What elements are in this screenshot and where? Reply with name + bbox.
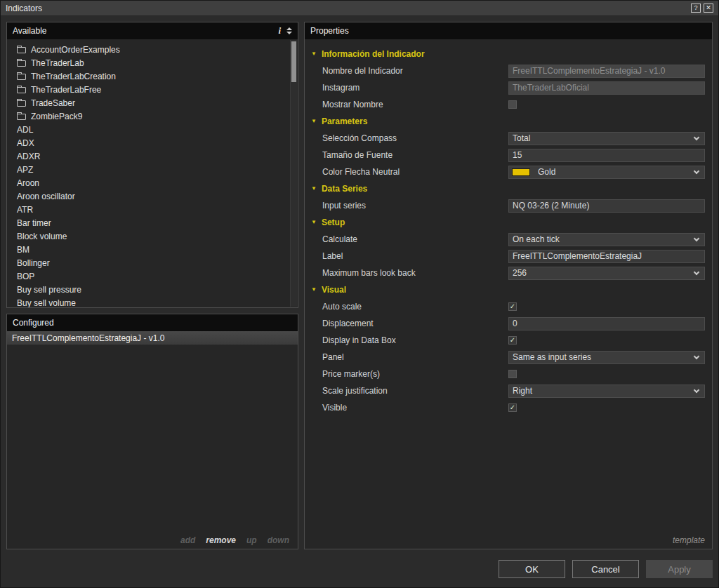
- available-folder-thetraderlabcreation[interactable]: TheTraderLabCreation: [13, 69, 288, 83]
- mostrar-nombre-checkbox[interactable]: [508, 100, 517, 109]
- property-row-mostrar-nombre: Mostrar Nombre: [305, 96, 712, 113]
- displacement-input[interactable]: [508, 317, 705, 330]
- section-informacion-del-indicador[interactable]: ▼Información del Indicador: [305, 46, 712, 62]
- scrollbar[interactable]: [290, 40, 297, 307]
- available-header: Available i: [7, 22, 298, 39]
- available-panel: Available i AccountOrderExamplesTheTrade…: [6, 22, 298, 308]
- color-swatch: [512, 168, 530, 176]
- property-label: Visible: [322, 403, 508, 413]
- available-header-label: Available: [13, 26, 46, 36]
- available-item-buy-sell-pressure[interactable]: Buy sell pressure: [13, 283, 288, 296]
- property-control: 256: [508, 267, 705, 280]
- arrow-down-icon[interactable]: [286, 32, 292, 34]
- available-item-block-volume[interactable]: Block volume: [13, 229, 288, 243]
- available-folder-thetraderlab[interactable]: TheTraderLab: [13, 56, 288, 69]
- visible-checkbox[interactable]: ✓: [508, 403, 517, 412]
- scroll-spinner[interactable]: [286, 27, 292, 34]
- property-label: Display in Data Box: [322, 335, 508, 345]
- display-in-data-box-checkbox[interactable]: ✓: [508, 336, 517, 345]
- titlebar[interactable]: Indicators ? ✕: [1, 1, 718, 16]
- available-header-icons: i: [278, 25, 292, 36]
- available-folder-zombiepack9[interactable]: ZombiePack9: [13, 109, 288, 123]
- indicators-window: Indicators ? ✕ Available i: [0, 0, 719, 588]
- indicator-label: ADX: [17, 138, 34, 148]
- folder-icon: [17, 47, 26, 53]
- property-label: Auto scale: [322, 302, 508, 312]
- chevron-down-icon: [694, 134, 699, 140]
- input-series-input[interactable]: [508, 199, 705, 213]
- property-row-tamano-de-fuente: Tamaño de Fuente: [305, 147, 712, 163]
- left-column: Available i AccountOrderExamplesTheTrade…: [6, 22, 298, 549]
- property-control: [508, 65, 705, 78]
- price-marker-s-checkbox[interactable]: [508, 370, 517, 378]
- property-label: Input series: [322, 201, 508, 211]
- collapse-arrow-icon[interactable]: ▼: [311, 51, 317, 57]
- section-visual[interactable]: ▼Visual: [305, 281, 712, 298]
- label-input[interactable]: [508, 250, 705, 263]
- footer: OK Cancel Apply: [1, 555, 718, 587]
- available-item-apz[interactable]: APZ: [13, 163, 288, 176]
- close-button[interactable]: ✕: [704, 4, 713, 13]
- available-item-buy-sell-volume[interactable]: Buy sell volume: [13, 296, 288, 307]
- chevron-down-icon: [694, 353, 699, 359]
- available-item-bollinger[interactable]: Bollinger: [13, 256, 288, 269]
- cancel-button[interactable]: Cancel: [572, 560, 639, 578]
- property-row-panel: PanelSame as input series: [305, 349, 712, 366]
- collapse-arrow-icon[interactable]: ▼: [311, 186, 317, 192]
- indicator-label: APZ: [17, 165, 33, 175]
- property-label: Displacement: [322, 319, 508, 328]
- tamano-de-fuente-input[interactable]: [508, 149, 705, 162]
- section-data-series[interactable]: ▼Data Series: [305, 180, 712, 197]
- scrollbar-thumb[interactable]: [291, 41, 296, 82]
- property-control: ✓: [508, 403, 705, 412]
- chevron-down-icon: [694, 235, 699, 241]
- property-row-instagram: Instagram: [305, 79, 712, 96]
- property-label: Tamaño de Fuente: [322, 150, 508, 160]
- properties-grid: ▼Información del IndicadorNombre del Ind…: [305, 39, 712, 549]
- dialog-content: Available i AccountOrderExamplesTheTrade…: [1, 16, 718, 555]
- maximum-bars-look-back-dropdown[interactable]: 256: [508, 267, 705, 280]
- window-title: Indicators: [6, 4, 42, 13]
- available-item-adxr[interactable]: ADXR: [13, 149, 288, 163]
- property-row-seleccion-compass: Selección CompassTotal: [305, 130, 712, 147]
- available-item-bar-timer[interactable]: Bar timer: [13, 216, 288, 229]
- collapse-arrow-icon[interactable]: ▼: [311, 220, 317, 225]
- auto-scale-checkbox[interactable]: ✓: [508, 302, 517, 311]
- available-folder-thetraderlabfree[interactable]: TheTraderLabFree: [13, 83, 288, 96]
- available-item-adl[interactable]: ADL: [13, 123, 288, 136]
- info-icon[interactable]: i: [278, 25, 281, 36]
- panel-dropdown[interactable]: Same as input series: [508, 351, 705, 364]
- calculate-dropdown[interactable]: On each tick: [508, 233, 705, 246]
- indicator-label: ADXR: [17, 152, 40, 161]
- seleccion-compass-dropdown[interactable]: Total: [508, 132, 705, 145]
- properties-panel: Properties ▼Información del IndicadorNom…: [304, 22, 713, 549]
- folder-icon: [17, 100, 26, 107]
- collapse-arrow-icon[interactable]: ▼: [311, 119, 317, 124]
- template-link[interactable]: template: [673, 535, 705, 545]
- property-label: Label: [322, 251, 508, 261]
- available-item-bop[interactable]: BOP: [13, 269, 288, 283]
- available-item-adx[interactable]: ADX: [13, 136, 288, 149]
- color-flecha-neutral-dropdown[interactable]: Gold: [508, 166, 705, 179]
- ok-button[interactable]: OK: [499, 560, 565, 578]
- available-folder-accountorderexamples[interactable]: AccountOrderExamples: [13, 43, 288, 56]
- indicator-label: ADL: [17, 125, 33, 135]
- scale-justification-dropdown[interactable]: Right: [508, 385, 705, 398]
- available-item-aroon-oscillator[interactable]: Aroon oscillator: [13, 189, 288, 203]
- remove-button[interactable]: remove: [206, 535, 236, 545]
- selected-value: Total: [509, 133, 690, 143]
- available-item-atr[interactable]: ATR: [13, 203, 288, 216]
- arrow-up-icon[interactable]: [286, 27, 292, 30]
- section-parameters[interactable]: ▼Parameters: [305, 113, 712, 130]
- configured-item[interactable]: FreeITTLComplementoEstrategiaJ - v1.0: [7, 331, 298, 345]
- indicator-label: Aroon oscillator: [17, 192, 75, 201]
- help-button[interactable]: ?: [691, 4, 701, 13]
- chevron-down-icon: [694, 269, 699, 274]
- property-row-visible: Visible✓: [305, 399, 712, 416]
- property-control: [508, 250, 705, 263]
- available-item-aroon[interactable]: Aroon: [13, 176, 288, 189]
- section-setup[interactable]: ▼Setup: [305, 214, 712, 231]
- collapse-arrow-icon[interactable]: ▼: [311, 287, 317, 293]
- available-folder-tradesaber[interactable]: TradeSaber: [13, 96, 288, 109]
- available-item-bm[interactable]: BM: [13, 243, 288, 256]
